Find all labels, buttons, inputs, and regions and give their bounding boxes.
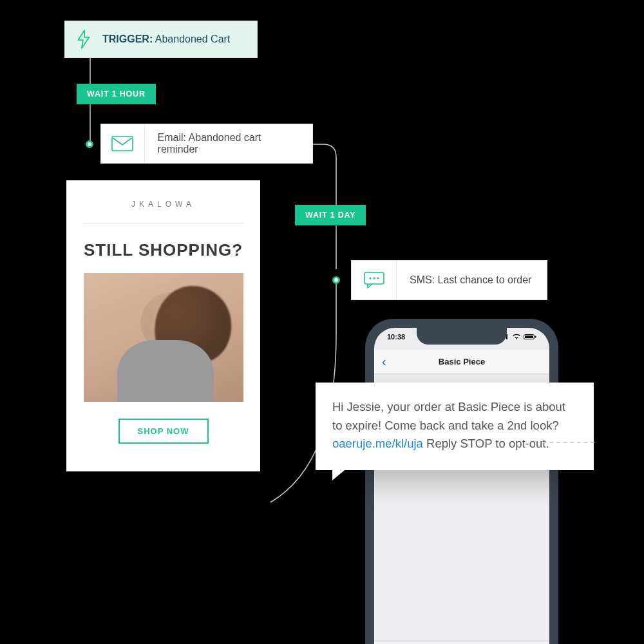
battery-icon: [524, 334, 536, 340]
sms-body-post: Reply STOP to opt-out.: [423, 437, 549, 450]
mail-icon: [101, 124, 145, 163]
trigger-label-value: Abandoned Cart: [155, 33, 231, 44]
phone-input-bar: [374, 641, 549, 644]
email-hero-image: [84, 273, 243, 402]
sms-preview-card: Hi Jessie, your order at Basic Piece is …: [316, 383, 594, 470]
trigger-card[interactable]: TRIGGER: Abandoned Cart: [64, 21, 258, 58]
email-brand: JKALOWA: [131, 200, 195, 209]
flow-node-email: [86, 140, 93, 148]
sms-step-label: SMS: Last chance to order: [397, 274, 544, 286]
divider: [83, 223, 243, 223]
back-icon[interactable]: ‹: [382, 354, 386, 369]
svg-point-2: [369, 277, 371, 279]
phone-screen: 10:38 ‹ Basic Piece: [374, 328, 549, 644]
phone-notch: [417, 328, 507, 345]
shop-now-button[interactable]: SHOP NOW: [118, 419, 209, 444]
sms-icon: [352, 261, 397, 299]
sms-step-card[interactable]: SMS: Last chance to order: [351, 260, 547, 300]
wait-badge-1[interactable]: WAIT 1 HOUR: [77, 84, 156, 104]
trigger-label-prefix: TRIGGER:: [102, 33, 153, 44]
svg-rect-7: [535, 336, 536, 338]
phone-time: 10:38: [387, 333, 405, 341]
email-headline: STILL SHOPPING?: [84, 240, 243, 260]
flow-node-sms: [332, 276, 340, 284]
email-step-label: Email: Abandoned cart reminder: [145, 132, 312, 155]
svg-rect-0: [112, 137, 133, 151]
sms-body-pre: Hi Jessie, your order at Basic Piece is …: [332, 400, 565, 432]
svg-point-3: [373, 277, 375, 279]
lightning-icon: [65, 21, 102, 57]
speech-tail: [332, 468, 348, 480]
wait-badge-2-label: WAIT 1 DAY: [305, 211, 355, 220]
phone-header: ‹ Basic Piece: [374, 350, 549, 374]
wait-badge-1-label: WAIT 1 HOUR: [87, 90, 146, 99]
svg-rect-6: [525, 336, 533, 338]
sms-link[interactable]: oaeruje.me/kl/uja: [332, 437, 423, 450]
shop-now-label: SHOP NOW: [138, 426, 189, 436]
wifi-icon: [512, 334, 521, 340]
wait-badge-2[interactable]: WAIT 1 DAY: [295, 205, 366, 225]
trigger-label: TRIGGER: Abandoned Cart: [102, 33, 230, 45]
email-step-card[interactable]: Email: Abandoned cart reminder: [100, 124, 313, 164]
email-preview-card: JKALOWA STILL SHOPPING? SHOP NOW: [66, 180, 260, 471]
phone-title: Basic Piece: [439, 357, 485, 366]
svg-point-4: [377, 277, 379, 279]
phone-mockup: 10:38 ‹ Basic Piece: [365, 319, 558, 644]
